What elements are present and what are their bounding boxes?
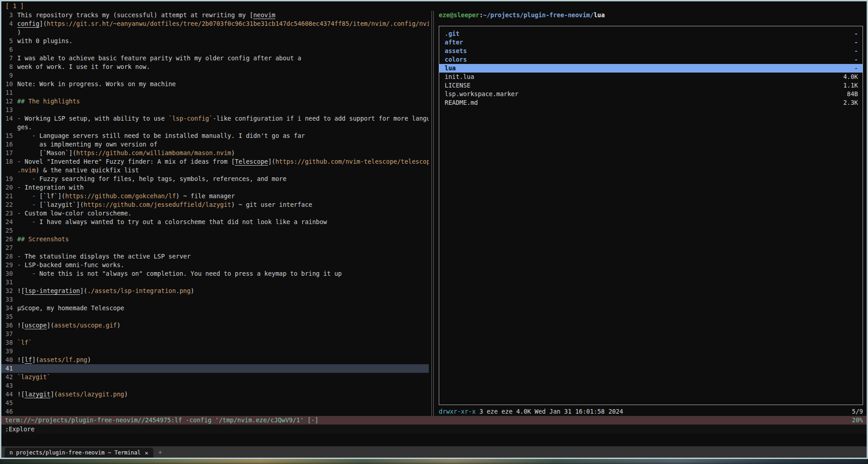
new-tab-button[interactable]: + <box>158 449 162 456</box>
file-list-file-row[interactable]: lsp.workspace.marker84B <box>439 90 863 98</box>
file-permissions-meta: drwxr-xr-x 3 eze eze 4.0K Wed Jan 31 16:… <box>439 407 623 416</box>
editor-line[interactable]: 25 <box>1 226 429 235</box>
file-list-dir-row[interactable]: colors- <box>439 55 863 64</box>
editor-line[interactable]: 34µScope, my homemade Telescope <box>1 304 429 313</box>
editor-line[interactable]: 9 <box>1 71 429 80</box>
nvim-split-area: 3This repository tracks my (successful) … <box>1 11 867 416</box>
editor-line[interactable]: 5with 0 plugins. <box>1 37 429 45</box>
permissions: drwxr-xr-x <box>439 408 476 415</box>
nvim-statusline: term://~/projects/plugin-free-neovim//24… <box>1 416 867 425</box>
lf-file-manager-pane[interactable]: eze@sleeper:~/projects/plugin-free-neovi… <box>436 11 867 416</box>
editor-pane-readme[interactable]: 3This repository tracks my (successful) … <box>1 11 429 416</box>
editor-line[interactable]: 10Note: Work in progress. Works on my ma… <box>1 80 429 88</box>
file-list: .git-after-assets-colors-lua-init.lua4.0… <box>439 29 863 107</box>
editor-line[interactable]: 41 <box>1 364 429 373</box>
editor-line[interactable]: 31 <box>1 278 429 287</box>
file-list-dir-row[interactable]: assets- <box>439 47 863 55</box>
editor-line[interactable]: ) <box>1 28 429 37</box>
editor-line[interactable]: 16 as implmenting my own version of <box>1 140 429 149</box>
editor-line[interactable]: 45 <box>1 399 429 407</box>
file-list-dir-row[interactable]: after- <box>439 38 863 47</box>
editor-line[interactable]: 18- Novel "Invented Here" Fuzzy finder: … <box>1 157 429 166</box>
editor-line[interactable]: 11 <box>1 88 429 97</box>
editor-line[interactable]: 26## Screenshots <box>1 235 429 244</box>
editor-line[interactable]: 20- Integration with <box>1 183 429 192</box>
editor-line[interactable]: 15 - Language servers still need to be i… <box>1 132 429 140</box>
cwd-current: lua <box>593 11 604 19</box>
file-list-dir-row[interactable]: lua- <box>439 64 863 73</box>
editor-line[interactable]: 36![uscope](assets/uscope.gif) <box>1 321 429 330</box>
editor-line[interactable]: 8week of work. I use it for work now. <box>1 63 429 71</box>
editor-lines: 3This repository tracks my (successful) … <box>1 11 429 416</box>
nvim-tabline: [ 1 ] <box>1 1 867 11</box>
file-list-box: .git-after-assets-colors-lua-init.lua4.0… <box>439 26 863 405</box>
editor-line[interactable]: 38`lf` <box>1 338 429 347</box>
editor-line[interactable]: 39 <box>1 347 429 356</box>
editor-line[interactable]: 33 <box>1 295 429 304</box>
editor-line[interactable]: 35 <box>1 313 429 321</box>
terminal-tab-bar: n projects/plugin-free-neovim ~ Terminal… <box>1 446 867 458</box>
lf-status-line: drwxr-xr-x 3 eze eze 4.0K Wed Jan 31 16:… <box>439 407 863 416</box>
file-list-dir-row[interactable]: .git- <box>439 29 863 38</box>
editor-line[interactable]: 23- Custom low-color colorscheme. <box>1 209 429 218</box>
file-list-file-row[interactable]: README.md2.3K <box>439 98 863 107</box>
editor-line[interactable]: ges. <box>1 123 429 132</box>
editor-line[interactable]: .nvim) & the native quickfix list <box>1 166 429 175</box>
editor-line[interactable]: 21 - [`lf`](https://github.com/gokcehan/… <box>1 192 429 200</box>
tab-title: n projects/plugin-free-neovim ~ Terminal <box>10 449 141 456</box>
editor-line[interactable]: 14- Working LSP setup, with ability to u… <box>1 114 429 123</box>
editor-line[interactable]: 3This repository tracks my (successful) … <box>1 11 429 20</box>
editor-line[interactable]: 4config](https://git.sr.ht/~eanyanwu/dot… <box>1 20 429 28</box>
editor-line[interactable]: 40![lf](assets/lf.png) <box>1 356 429 364</box>
command-line[interactable]: :Explore <box>1 425 867 434</box>
editor-line[interactable]: 37 <box>1 330 429 338</box>
user-host: eze@sleeper <box>439 11 479 19</box>
editor-line[interactable]: 12## The highlights <box>1 97 429 106</box>
editor-line[interactable]: 13 <box>1 106 429 114</box>
editor-line[interactable]: 17 [`Mason`](https://github.com/williamb… <box>1 149 429 157</box>
editor-line[interactable]: 30 - Note this is not "always on" comple… <box>1 269 429 278</box>
editor-line[interactable]: 27 <box>1 244 429 252</box>
editor-line[interactable]: 6 <box>1 45 429 54</box>
terminal-window: [ 1 ] 3This repository tracks my (succes… <box>0 0 868 459</box>
editor-line[interactable]: 44![lazygit](assets/lazygit.png) <box>1 390 429 399</box>
editor-line[interactable]: 29- LSP-backed omni-func works. <box>1 261 429 269</box>
window-separator[interactable] <box>429 11 436 416</box>
editor-line[interactable]: 7I was able to achieve basic feature par… <box>1 54 429 63</box>
file-list-file-row[interactable]: init.lua4.0K <box>439 73 863 81</box>
editor-line[interactable]: 43 <box>1 381 429 390</box>
terminal-tab[interactable]: n projects/plugin-free-neovim ~ Terminal… <box>5 448 153 458</box>
editor-line[interactable]: 46 <box>1 407 429 416</box>
scroll-percent: 20% <box>852 416 863 425</box>
tab-close-icon[interactable]: × <box>145 449 148 456</box>
editor-line[interactable]: 19 - Fuzzy searching for files, help tag… <box>1 175 429 183</box>
list-position: 5/9 <box>852 407 863 416</box>
editor-line[interactable]: 42`lazygit` <box>1 373 429 381</box>
editor-line[interactable]: 22 - [`lazygit`](https://github.com/jess… <box>1 200 429 209</box>
editor-line[interactable]: 32![lsp-integration](./assets/lsp-integr… <box>1 287 429 295</box>
file-list-file-row[interactable]: LICENSE1.1K <box>439 81 863 90</box>
editor-line[interactable]: 28- The statusline displays the active L… <box>1 252 429 261</box>
buffer-name: term://~/projects/plugin-free-neovim//24… <box>5 416 319 425</box>
cwd-path: ~/projects/plugin-free-neovim/ <box>483 11 594 19</box>
lf-path-prompt: eze@sleeper:~/projects/plugin-free-neovi… <box>439 11 863 20</box>
editor-line[interactable]: 24 - I have always wanted to try out a c… <box>1 218 429 226</box>
